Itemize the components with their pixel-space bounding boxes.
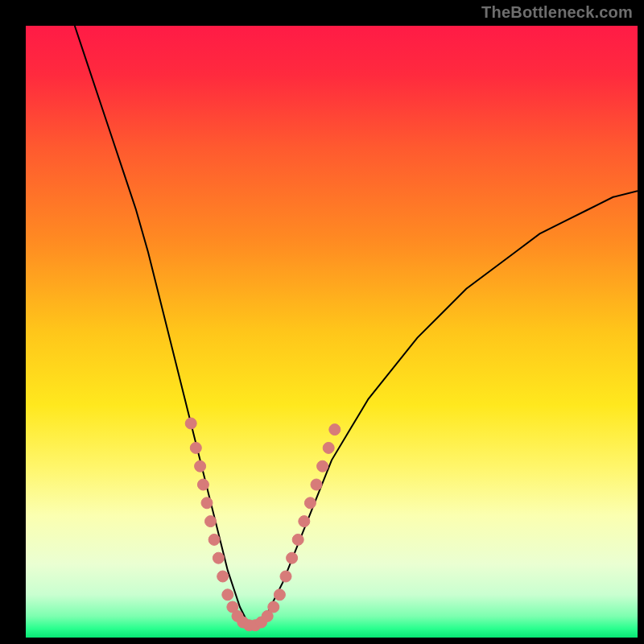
curve-marker-dot [190,442,201,453]
curve-marker-dot [329,424,341,436]
gradient-background [26,26,638,638]
curve-marker-dot [274,589,285,601]
curve-marker-dot [205,516,217,527]
curve-marker-dot [323,442,334,453]
bottleneck-chart [26,26,638,638]
curve-marker-dot [304,497,316,509]
curve-marker-dot [222,589,233,601]
curve-marker-dot [317,460,328,472]
curve-marker-dot [195,460,206,472]
curve-marker-dot [197,479,208,490]
plot-area [26,26,638,638]
curve-marker-dot [292,534,303,545]
curve-marker-dot [217,571,229,582]
curve-marker-dot [185,418,196,429]
curve-marker-dot [280,571,291,582]
watermark-text: TheBottleneck.com [481,3,633,22]
curve-marker-dot [311,479,322,490]
outer-frame: TheBottleneck.com [0,0,644,644]
curve-marker-dot [287,552,298,564]
curve-marker-dot [208,534,220,545]
curve-marker-dot [213,552,224,564]
curve-marker-dot [268,601,279,613]
curve-marker-dot [201,497,213,509]
curve-marker-dot [299,516,310,527]
